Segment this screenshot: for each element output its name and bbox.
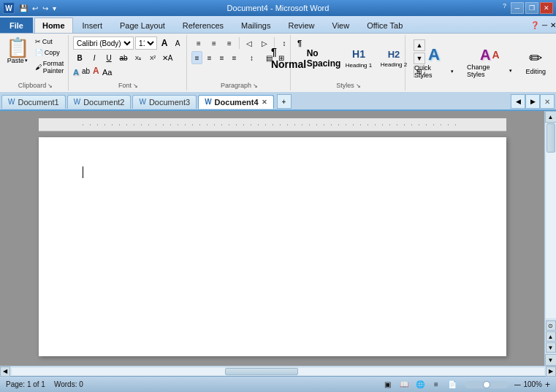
print-layout-btn[interactable]: ▣: [381, 379, 395, 391]
bold-btn[interactable]: B: [73, 51, 86, 64]
tab-view[interactable]: View: [324, 18, 358, 33]
next-page-btn[interactable]: ▼: [546, 342, 556, 353]
scroll-select-browse-btn[interactable]: ⊙: [546, 320, 556, 331]
h-scroll-left-btn[interactable]: ◀: [0, 366, 10, 377]
tab-references[interactable]: References: [175, 18, 232, 33]
style-heading1[interactable]: H1 Heading 1: [342, 38, 376, 79]
clear-format-btn[interactable]: ✕A: [161, 51, 174, 64]
zoom-plus-btn[interactable]: +: [545, 380, 550, 390]
add-tab-btn[interactable]: +: [277, 94, 292, 109]
multilevel-btn[interactable]: ≡: [222, 36, 237, 50]
strikethrough-btn[interactable]: ab: [117, 51, 130, 64]
doc-tab-4-close[interactable]: ✕: [262, 99, 267, 106]
cut-btn[interactable]: ✂ Cut: [32, 36, 67, 47]
title-text: Document4 - Microsoft Word: [227, 4, 330, 12]
quick-styles-btn[interactable]: A Quick Styles ▾: [410, 44, 458, 82]
doc-tab-1[interactable]: W Document1: [1, 95, 66, 109]
style-heading2[interactable]: H2 Heading 2: [377, 38, 411, 79]
save-quick-btn[interactable]: 💾: [18, 4, 29, 13]
undo-quick-btn[interactable]: ↩: [31, 4, 39, 13]
tab-review[interactable]: Review: [280, 18, 322, 33]
scroll-up-btn[interactable]: ▲: [545, 111, 557, 123]
doc-tab-3[interactable]: W Document3: [132, 95, 197, 109]
increase-indent-btn[interactable]: ▷: [257, 36, 272, 50]
full-reading-btn[interactable]: 📖: [397, 379, 411, 391]
font-color-btn[interactable]: A: [93, 66, 99, 79]
ribbon-close-icon[interactable]: ✕: [550, 21, 556, 29]
text-effect-btn[interactable]: A: [73, 68, 79, 77]
font-shrink-btn[interactable]: A: [172, 36, 183, 50]
font-size-select[interactable]: 11: [135, 36, 157, 50]
font-expand-icon[interactable]: ↘: [133, 82, 138, 89]
tab-scroll-right-btn[interactable]: ▶: [525, 94, 540, 109]
tab-mailings[interactable]: Mailings: [233, 18, 278, 33]
line-spacing-btn[interactable]: ↕: [246, 51, 257, 64]
copy-btn[interactable]: 📄 Copy: [32, 47, 67, 58]
draft-btn[interactable]: 📄: [446, 379, 459, 391]
web-layout-btn[interactable]: 🌐: [414, 379, 427, 391]
ribbon-tabs: File Home Insert Page Layout References …: [0, 16, 556, 34]
scroll-track[interactable]: [546, 123, 556, 318]
h-scroll-right-btn[interactable]: ▶: [546, 366, 556, 377]
close-btn[interactable]: ✕: [540, 2, 553, 14]
italic-btn[interactable]: I: [88, 51, 101, 64]
scroll-down-btn[interactable]: ▼: [545, 354, 557, 366]
zoom-minus-btn[interactable]: ─: [514, 380, 521, 390]
decrease-indent-btn[interactable]: ◁: [242, 36, 256, 50]
format-painter-icon: 🖌: [35, 64, 42, 71]
paragraph-expand-icon[interactable]: ↘: [253, 82, 258, 89]
change-case-btn[interactable]: Aa: [101, 66, 114, 79]
numbering-btn[interactable]: ≡: [207, 36, 221, 50]
clipboard-expand-icon[interactable]: ↘: [47, 82, 53, 89]
font-family-select[interactable]: Calibri (Body): [73, 36, 134, 50]
tab-file[interactable]: File: [0, 18, 33, 33]
format-painter-btn[interactable]: 🖌 Format Painter: [32, 58, 67, 76]
qa-more-btn[interactable]: ▾: [51, 4, 58, 13]
outline-btn[interactable]: ≡: [430, 379, 443, 391]
zoom-slider[interactable]: [465, 381, 509, 388]
font-grow-btn[interactable]: A: [159, 36, 170, 50]
doc-page[interactable]: [39, 137, 506, 356]
minimize-btn[interactable]: ─: [511, 2, 524, 14]
paste-dropdown-icon[interactable]: ▾: [25, 58, 28, 64]
doc-scroll-area[interactable]: [0, 111, 544, 366]
restore-btn[interactable]: ❒: [525, 2, 538, 14]
tab-page-layout[interactable]: Page Layout: [112, 18, 173, 33]
help-btn[interactable]: ?: [503, 2, 506, 14]
align-left-btn[interactable]: ≡: [191, 51, 202, 64]
zoom-slider-thumb[interactable]: [483, 381, 490, 388]
align-center-btn[interactable]: ≡: [204, 51, 215, 64]
subscript-btn[interactable]: X₂: [132, 51, 145, 64]
h-scroll-track[interactable]: [12, 368, 544, 375]
clipboard-label: Clipboard ↘: [6, 80, 65, 89]
align-right-btn[interactable]: ≡: [216, 51, 227, 64]
h-scroll-thumb[interactable]: [225, 368, 298, 375]
copy-icon: 📄: [35, 49, 43, 56]
style-normal[interactable]: ¶ Normal: [272, 38, 305, 79]
tab-insert[interactable]: Insert: [75, 18, 111, 33]
ribbon-minimize-icon[interactable]: ─: [542, 21, 547, 29]
scroll-thumb[interactable]: [547, 123, 555, 153]
change-styles-dropdown[interactable]: ▾: [509, 68, 512, 74]
paste-btn[interactable]: 📋 Paste ▾: [4, 36, 31, 66]
tab-office[interactable]: Office Tab: [359, 18, 411, 33]
doc-tab-2[interactable]: W Document2: [67, 95, 132, 109]
quick-styles-dropdown[interactable]: ▾: [451, 69, 454, 74]
justify-btn[interactable]: ≡: [229, 51, 240, 64]
prev-page-btn[interactable]: ▲: [546, 331, 556, 342]
superscript-btn[interactable]: X²: [146, 51, 159, 64]
underline-btn[interactable]: U: [102, 51, 115, 64]
bullets-btn[interactable]: ≡: [191, 36, 206, 50]
style-no-spacing[interactable]: No Spacing: [307, 38, 340, 79]
editing-btn[interactable]: ✏ Editing: [521, 47, 550, 78]
tab-close-all-btn[interactable]: ✕: [540, 94, 555, 109]
change-styles-btn[interactable]: A A Change Styles ▾: [462, 45, 517, 81]
tab-scroll-left-btn[interactable]: ◀: [511, 94, 525, 109]
tab-home[interactable]: Home: [34, 18, 73, 33]
redo-quick-btn[interactable]: ↪: [41, 4, 50, 13]
help-icon[interactable]: ❓: [530, 21, 539, 29]
styles-expand-icon[interactable]: ↘: [356, 82, 361, 89]
doc-area: ▲ ⊙ ▲ ▼ ▼: [0, 111, 556, 366]
doc-tab-4[interactable]: W Document4 ✕: [198, 95, 273, 109]
highlight-btn[interactable]: ab: [82, 67, 90, 78]
